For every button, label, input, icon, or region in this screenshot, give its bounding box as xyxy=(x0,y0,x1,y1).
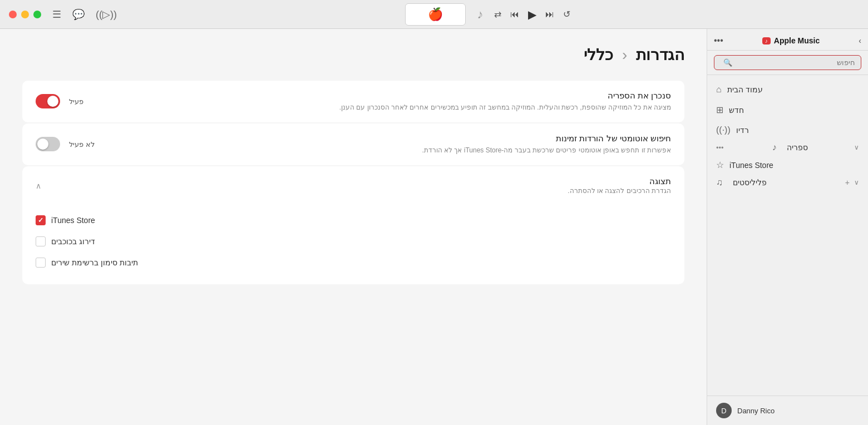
sync-library-row: סנכרן את הספריה מציגה את כל המוזיקה שהוס… xyxy=(22,81,684,122)
apple-music-badge: ♪ xyxy=(762,37,771,45)
playback-desc: הגדרת הרכיבים להצגה או להסתרה. xyxy=(568,186,671,196)
playlists-actions: ∨ + xyxy=(845,178,859,187)
home-label: עמוד הבית xyxy=(727,85,763,94)
sync-toggle-label: פעיל xyxy=(69,97,83,106)
playback-chevron-icon: ∧ xyxy=(36,181,41,190)
auto-download-desc: אפשרות זו תחפש באופן אוטומטי פריטים שרכש… xyxy=(99,146,671,155)
star-rating-checkbox[interactable] xyxy=(36,236,46,246)
playlists-expand-icon[interactable]: ∨ xyxy=(854,179,859,186)
auto-download-toggle-wrapper: לא פעיל xyxy=(36,137,99,151)
user-avatar[interactable]: D xyxy=(716,403,732,418)
breadcrumb-text: כללי xyxy=(584,46,613,63)
sync-toggle-track[interactable] xyxy=(36,94,60,108)
close-button[interactable] xyxy=(9,11,17,18)
nav-section: עמוד הבית ⌂ חדש ⊞ רדיו ((·)) ∨ ספריה ♪ •… xyxy=(707,75,868,396)
radio-icon: ((·)) xyxy=(716,125,731,135)
sync-library-desc: מציגה את כל המוזיקה שהוספת, רכשת והעלית.… xyxy=(88,103,671,112)
song-list-checkbox[interactable] xyxy=(36,258,46,268)
checkbox-row-itunes: iTunes Store xyxy=(36,210,671,231)
auto-download-text: חיפוש אוטומטי של הורדות זמינות אפשרות זו… xyxy=(99,134,671,155)
content-area: הגדרות ‹ כללי סנכרן את הספריה מציגה את כ… xyxy=(0,29,707,425)
auto-download-title: חיפוש אוטומטי של הורדות זמינות xyxy=(99,134,671,144)
page-title: הגדרות ‹ כללי xyxy=(22,46,684,64)
avatar-initial: D xyxy=(721,407,726,415)
checkbox-row-songlist: תיבות סימון ברשימת שירים xyxy=(36,252,671,273)
maximize-button[interactable] xyxy=(21,11,29,18)
repeat-button[interactable]: ↺ xyxy=(563,9,570,19)
music-note-icon: ♪ xyxy=(477,7,483,22)
sync-toggle-thumb xyxy=(47,96,58,107)
sidebar: › Apple Music ♪ ••• 🔍 עמוד הבית ⌂ חדש xyxy=(707,29,868,425)
apple-logo-icon: 🍎 xyxy=(428,7,443,22)
song-list-label: תיבות סימון ברשימת שירים xyxy=(51,258,138,267)
itunes-store-nav-label: iTunes Store xyxy=(729,161,773,170)
sync-library-card: סנכרן את הספריה מציגה את כל המוזיקה שהוס… xyxy=(22,81,684,122)
more-options-icon[interactable]: ••• xyxy=(714,36,723,46)
title-bar: ☰ 💬 ((▷)) 🍎 ♪ ⇄ ⏮ ▶ ⏭ ↺ xyxy=(0,0,868,29)
home-icon: ⌂ xyxy=(716,85,722,95)
playlists-add-icon[interactable]: + xyxy=(845,178,850,187)
playback-header[interactable]: תצוגה הגדרת הרכיבים להצגה או להסתרה. ∧ xyxy=(22,166,684,206)
sync-library-title: סנכרן את הספריה xyxy=(88,91,671,101)
apple-logo-area: 🍎 xyxy=(405,3,466,26)
itunes-store-icon: ☆ xyxy=(716,160,724,170)
search-icon: 🔍 xyxy=(723,58,732,67)
auto-download-row: חיפוש אוטומטי של הורדות זמינות אפשרות זו… xyxy=(22,123,684,165)
library-section-header: ∨ ספריה ♪ ••• xyxy=(707,140,868,155)
shuffle-button[interactable]: ⇄ xyxy=(494,9,501,19)
search-input-wrapper: 🔍 xyxy=(714,55,861,70)
sidebar-item-itunes-store[interactable]: iTunes Store ☆ xyxy=(707,155,868,175)
playback-card: תצוגה הגדרת הרכיבים להצגה או להסתרה. ∧ i… xyxy=(22,166,684,285)
sidebar-item-radio[interactable]: רדיו ((·)) xyxy=(707,120,868,140)
sync-toggle-wrapper: פעיל xyxy=(36,94,88,108)
library-expand-icon[interactable]: ∨ xyxy=(854,144,859,151)
search-bar: 🔍 xyxy=(707,51,868,75)
toolbar-left: ☰ 💬 ((▷)) xyxy=(52,8,117,21)
playback-controls: ⇄ ⏮ ▶ ⏭ ↺ xyxy=(494,8,570,21)
itunes-store-checkbox[interactable] xyxy=(36,215,46,225)
forward-nav-icon[interactable]: › xyxy=(859,36,861,45)
airplay-icon[interactable]: ((▷)) xyxy=(96,8,117,21)
play-button[interactable]: ▶ xyxy=(528,8,536,21)
library-label: ספריה xyxy=(787,143,808,152)
main-layout: הגדרות ‹ כללי סנכרן את הספריה מציגה את כ… xyxy=(0,29,868,425)
radio-label: רדיו xyxy=(736,126,749,135)
playback-title: תצוגה xyxy=(568,176,671,186)
page-title-text: הגדרות xyxy=(636,46,684,63)
search-input[interactable] xyxy=(732,58,855,67)
new-icon: ⊞ xyxy=(716,105,723,115)
sidebar-item-home[interactable]: עמוד הבית ⌂ xyxy=(707,80,868,100)
playback-content: iTunes Store דירוג בכוכבים תיבות סימון ב… xyxy=(22,205,684,284)
auto-download-toggle-track[interactable] xyxy=(36,137,60,151)
sidebar-item-new[interactable]: חדש ⊞ xyxy=(707,100,868,120)
sidebar-header-icons: ••• xyxy=(714,36,723,46)
checkbox-row-stars: דירוג בכוכבים xyxy=(36,231,671,252)
apple-music-header: Apple Music ♪ xyxy=(762,36,820,45)
apple-music-title: Apple Music xyxy=(774,36,820,45)
auto-download-toggle-thumb xyxy=(37,139,48,150)
auto-download-toggle[interactable] xyxy=(36,137,60,151)
toolbar-center: 🍎 ♪ ⇄ ⏮ ▶ ⏭ ↺ xyxy=(117,3,859,26)
new-label: חדש xyxy=(729,106,744,115)
fastforward-button[interactable]: ⏭ xyxy=(545,9,554,19)
star-rating-label: דירוג בכוכבים xyxy=(51,237,95,246)
sidebar-top: › Apple Music ♪ ••• xyxy=(707,29,868,51)
sidebar-bottom: Danny Rico D xyxy=(707,396,868,425)
library-more-icon[interactable]: ••• xyxy=(716,144,724,152)
playlists-label: פליליסטים xyxy=(733,178,767,187)
itunes-store-label: iTunes Store xyxy=(51,216,95,225)
sidebar-toggle-icon[interactable]: ☰ xyxy=(52,8,61,21)
minimize-button[interactable] xyxy=(33,11,41,18)
sync-library-text: סנכרן את הספריה מציגה את כל המוזיקה שהוס… xyxy=(88,91,671,112)
window-controls xyxy=(9,11,41,18)
library-icon: ♪ xyxy=(772,142,777,152)
user-name: Danny Rico xyxy=(737,407,775,415)
breadcrumb-separator: ‹ xyxy=(618,46,627,63)
auto-download-card: חיפוש אוטומטי של הורדות זמינות אפשרות זו… xyxy=(22,123,684,165)
playlists-icon: ♫ xyxy=(716,177,723,187)
lyrics-icon[interactable]: 💬 xyxy=(72,8,85,21)
auto-download-toggle-label: לא פעיל xyxy=(69,140,95,149)
sync-toggle[interactable] xyxy=(36,94,60,108)
playlists-section-header: ∨ + פליליסטים ♫ xyxy=(707,175,868,190)
rewind-button[interactable]: ⏮ xyxy=(510,9,519,19)
